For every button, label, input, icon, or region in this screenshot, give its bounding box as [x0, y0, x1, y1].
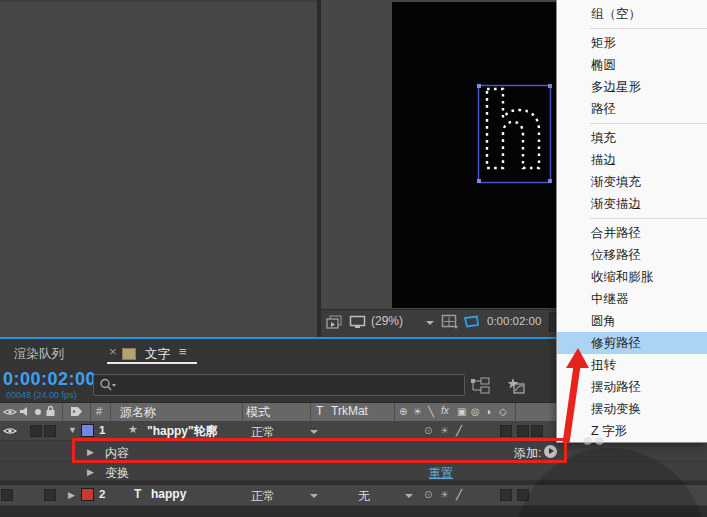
layer2-index: 2	[99, 488, 105, 500]
menu-item-wiggle-paths[interactable]: 摆动路径	[557, 376, 707, 398]
letter-h-dotted-path	[487, 89, 539, 168]
layer2-shy-switch[interactable]: ⊙	[424, 489, 432, 500]
menu-item-twist[interactable]: 扭转	[557, 354, 707, 376]
shape-layer-star-icon: ★	[128, 423, 138, 436]
menu-item-round-corners[interactable]: 圆角	[557, 310, 707, 332]
always-preview-icon[interactable]	[326, 315, 342, 329]
project-panel	[0, 0, 317, 337]
layer1-quality-switch[interactable]: ╱	[456, 425, 462, 436]
layer1-mode-chevron-icon[interactable]	[310, 430, 318, 434]
layer2-lock-box[interactable]	[44, 489, 56, 501]
menu-item-gradient-stroke[interactable]: 渐变描边	[557, 193, 707, 215]
layer1-collapse-switch[interactable]: ☀	[440, 425, 449, 436]
graph-editor-icon[interactable]	[503, 375, 525, 394]
layer1-index: 1	[99, 424, 105, 436]
layer2-expander-icon[interactable]: ▶	[68, 490, 75, 500]
menu-item-polystar[interactable]: 多边星形	[557, 76, 707, 98]
menu-item-wiggle-transform[interactable]: 摆动变换	[557, 398, 707, 420]
menu-item-ellipse[interactable]: 椭圆	[557, 54, 707, 76]
zoom-chevron-icon[interactable]	[426, 321, 434, 325]
frame-info: 00048 (24.00 fps)	[6, 390, 77, 400]
layer1-switch-box[interactable]	[500, 425, 512, 437]
transform-label[interactable]: 变换	[105, 465, 129, 482]
transform-expander-icon[interactable]: ▶	[87, 467, 94, 477]
search-icon[interactable]	[99, 378, 117, 392]
timeline-timecode[interactable]: 0:00:02:00	[3, 369, 96, 390]
layer1-shy-switch[interactable]: ⊙	[424, 425, 432, 436]
layer2-name[interactable]: happy	[151, 487, 186, 501]
layer1-expander-icon[interactable]: ▼	[68, 425, 77, 435]
menu-separator	[590, 218, 707, 219]
layer2-blend-mode[interactable]: 正常	[251, 488, 275, 505]
panel-menu-icon[interactable]: ≡	[179, 344, 187, 359]
menu-item-fill[interactable]: 填充	[557, 127, 707, 149]
layer2-switch-box[interactable]	[500, 489, 512, 501]
header-fx-icon[interactable]: fx	[441, 405, 449, 416]
solo-icon	[34, 408, 42, 416]
region-of-interest-icon[interactable]	[441, 314, 459, 329]
header-quality-icon[interactable]: ╲	[428, 406, 434, 417]
menu-item-gradient-fill[interactable]: 渐变填充	[557, 171, 707, 193]
layer2-mode-chevron-icon[interactable]	[310, 494, 318, 498]
watermark-mark	[583, 437, 592, 445]
menu-item-trim-paths[interactable]: 修剪路径	[557, 332, 707, 354]
comp-timecode[interactable]: 0:00:02:00	[487, 315, 541, 327]
layer1-lock-box[interactable]	[44, 425, 56, 437]
header-adjustment-icon[interactable]: ◑	[485, 406, 491, 417]
layer2-trkmat[interactable]: 无	[358, 488, 370, 505]
menu-item-zigzag[interactable]: Z 字形	[557, 420, 707, 442]
menu-item-merge-paths[interactable]: 合并路径	[557, 222, 707, 244]
comp-thumbnail-icon	[122, 348, 136, 360]
active-tab-underline	[107, 362, 197, 364]
layer1-switch-box[interactable]	[517, 425, 529, 437]
menu-item-stroke[interactable]: 描边	[557, 149, 707, 171]
close-icon[interactable]: ×	[109, 344, 117, 359]
audio-speaker-icon	[19, 406, 30, 417]
tab-text-composition[interactable]: 文字	[145, 346, 170, 363]
layer2-video-box[interactable]	[1, 489, 13, 501]
header-trkmat[interactable]: TrkMat	[331, 404, 368, 418]
zoom-level[interactable]: (29%)	[371, 314, 403, 328]
menu-item-rectangle[interactable]: 矩形	[557, 32, 707, 54]
layer2-color-swatch[interactable]	[81, 488, 94, 501]
menu-item-path[interactable]: 路径	[557, 98, 707, 120]
roi-lasso-icon[interactable]	[462, 314, 480, 329]
header-collapse-icon[interactable]: ☀	[413, 406, 422, 417]
menu-separator	[590, 28, 707, 29]
header-source-name[interactable]: 源名称	[120, 404, 156, 421]
header-t: T	[316, 404, 323, 418]
layer2-quality-switch[interactable]: ╱	[456, 489, 462, 500]
layer2-collapse-switch[interactable]: ☀	[440, 489, 449, 500]
header-frameblend-icon[interactable]: ▣	[457, 406, 466, 417]
tab-render-queue[interactable]: 渲染队列	[14, 346, 64, 363]
header-3d-icon[interactable]: ◇	[499, 406, 507, 417]
layer1-switch-box[interactable]	[531, 425, 543, 437]
menu-item-repeater[interactable]: 中继器	[557, 288, 707, 310]
layer1-eye-icon[interactable]	[3, 426, 17, 436]
header-motionblur-icon[interactable]: ◎	[471, 406, 480, 417]
menu-item-offset-paths[interactable]: 位移路径	[557, 244, 707, 266]
reset-link[interactable]: 重置	[429, 465, 453, 482]
watermark-mark	[595, 437, 604, 445]
label-tag-icon	[70, 406, 83, 417]
menu-item-pucker-bloat[interactable]: 收缩和膨胀	[557, 266, 707, 288]
video-eye-icon	[3, 407, 17, 417]
header-index: #	[96, 405, 102, 417]
layer2-trkmat-chevron-icon[interactable]	[405, 494, 413, 498]
annotation-highlight-rect	[72, 438, 567, 463]
after-effects-window: (29%) 0:00:02:00 渲染队列 × 文字 ≡ 0:00:02:00 …	[0, 0, 707, 517]
layer1-solo-box[interactable]	[30, 425, 42, 437]
menu-separator	[590, 123, 707, 124]
menu-item-group-empty[interactable]: 组（空）	[557, 3, 707, 25]
header-shy-icon[interactable]: ⊕	[399, 406, 407, 417]
lock-icon	[45, 405, 56, 417]
layer1-color-swatch[interactable]	[81, 424, 94, 437]
mini-flowchart-icon[interactable]	[470, 377, 490, 394]
monitor-icon[interactable]	[349, 315, 366, 329]
shape-add-context-menu: 组（空） 矩形 椭圆 多边星形 路径 填充 描边 渐变填充 渐变描边 合并路径 …	[556, 0, 707, 443]
text-outline-selection[interactable]	[477, 84, 553, 185]
search-input[interactable]	[93, 374, 465, 396]
header-mode[interactable]: 模式	[246, 404, 270, 421]
text-layer-t-icon: T	[134, 487, 141, 501]
